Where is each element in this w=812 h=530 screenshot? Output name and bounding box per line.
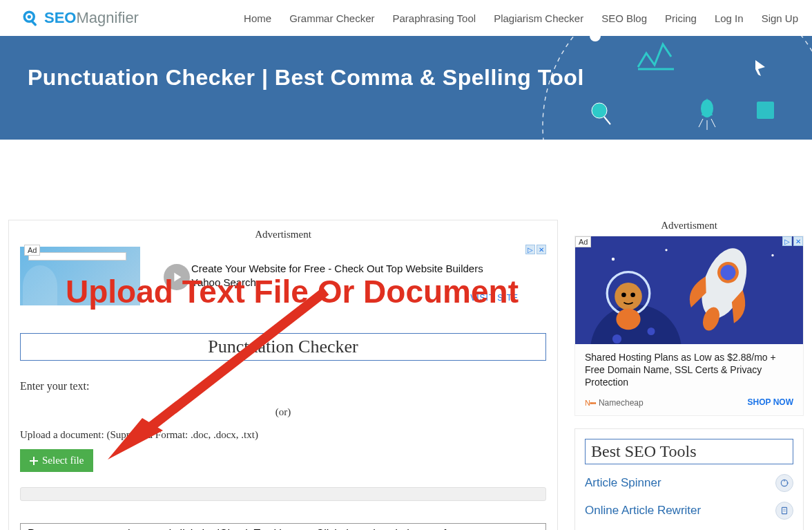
svg-line-11 — [711, 119, 715, 127]
tool-link-row: Article Spinner — [585, 474, 793, 492]
adchoices-icon[interactable]: ▷ — [782, 236, 792, 246]
side-ad-label: Advertisment — [574, 220, 804, 231]
sidebar-column: Advertisment Ad ▷ ✕ — [574, 220, 804, 530]
tool-title: Punctuation Checker — [21, 337, 545, 357]
nav-home[interactable]: Home — [244, 12, 271, 24]
svg-point-2 — [28, 15, 31, 19]
enter-text-label: Enter your text: — [20, 380, 546, 392]
nav-plagiarism-checker[interactable]: Plagiarism Checker — [494, 12, 583, 24]
top-header: SEO Magnifier Home Grammar Checker Parap… — [0, 0, 812, 36]
brand-name: Namecheap — [599, 398, 644, 408]
nav-grammar-checker[interactable]: Grammar Checker — [289, 12, 374, 24]
tool-title-box: Punctuation Checker — [20, 333, 546, 361]
side-ad-cta[interactable]: SHOP NOW — [748, 397, 793, 407]
svg-point-30 — [621, 292, 626, 297]
adchoices-icon[interactable]: ▷ — [525, 245, 535, 254]
select-file-button[interactable]: Select file — [20, 449, 93, 472]
side-ad-card[interactable]: Ad ▷ ✕ — [574, 236, 804, 416]
hero-banner: Punctuation Checker | Best Comma & Spell… — [0, 36, 812, 140]
tool-link-article-spinner[interactable]: Article Spinner — [585, 476, 661, 490]
svg-point-32 — [616, 308, 640, 330]
ad-close-icon[interactable]: ✕ — [793, 236, 803, 246]
svg-point-21 — [771, 254, 773, 256]
svg-point-29 — [615, 283, 642, 310]
spinner-icon — [775, 474, 793, 492]
nav-pricing[interactable]: Pricing — [665, 12, 697, 24]
svg-point-24 — [648, 328, 655, 335]
text-input-area[interactable]: Paste your own text here and click the '… — [20, 523, 546, 530]
sidebar-ad-wrapper: Advertisment Ad ▷ ✕ — [574, 220, 804, 416]
tools-title: Best SEO Tools — [591, 442, 787, 461]
ad-badge: Ad — [24, 245, 40, 256]
best-seo-tools-card: Best SEO Tools Article Spinner Online Ar… — [574, 428, 804, 530]
or-separator: (or) — [20, 406, 546, 418]
logo-text-magnifier: Magnifier — [76, 9, 138, 27]
svg-rect-34 — [782, 507, 787, 513]
tools-title-box: Best SEO Tools — [585, 439, 793, 464]
nav-seo-blog[interactable]: SEO Blog — [601, 12, 647, 24]
side-ad-adchoices: ▷ ✕ — [782, 236, 803, 246]
svg-rect-16 — [30, 460, 38, 462]
svg-point-5 — [592, 103, 607, 118]
logo-icon — [21, 8, 40, 28]
nav-login[interactable]: Log In — [715, 12, 744, 24]
svg-point-3 — [543, 36, 812, 140]
svg-line-6 — [604, 117, 610, 124]
main-ad-label: Advertisment — [20, 229, 546, 240]
svg-rect-1 — [31, 21, 37, 27]
plus-icon — [30, 457, 38, 465]
progress-bar — [20, 487, 546, 501]
svg-point-18 — [612, 258, 615, 261]
svg-line-9 — [699, 119, 703, 127]
hero-illustration — [522, 36, 812, 140]
main-nav: Home Grammar Checker Paraphrasing Tool P… — [244, 12, 798, 24]
tool-link-article-rewriter[interactable]: Online Article Rewriter — [585, 504, 701, 518]
svg-point-31 — [630, 292, 635, 297]
svg-point-4 — [590, 36, 601, 41]
ad-adchoices: ▷ ✕ — [525, 245, 546, 254]
side-ad-badge: Ad — [575, 236, 591, 247]
main-column: Advertisment Ad ▷ ✕ Create Your Website … — [8, 220, 558, 530]
svg-marker-12 — [755, 60, 765, 76]
svg-point-19 — [665, 249, 667, 251]
upload-doc-label: Upload a document: (Supported Format: .d… — [20, 429, 546, 441]
document-icon — [775, 502, 793, 520]
content-area: Advertisment Ad ▷ ✕ Create Your Website … — [0, 140, 812, 530]
nav-paraphrasing-tool[interactable]: Paraphrasing Tool — [392, 12, 476, 24]
nav-signup[interactable]: Sign Up — [762, 12, 798, 24]
svg-rect-13 — [757, 102, 774, 119]
svg-point-23 — [612, 334, 621, 343]
side-ad-text: Shared Hosting Plans as Low as $2.88/mo … — [575, 344, 803, 396]
logo-text-seo: SEO — [44, 9, 76, 27]
ad-close-icon[interactable]: ✕ — [536, 245, 546, 254]
side-ad-brand: N••• Namecheap — [585, 396, 644, 408]
tool-link-row: Online Article Rewriter — [585, 502, 793, 520]
side-ad-image: Ad ▷ ✕ — [575, 236, 803, 344]
brand-logo[interactable]: SEO Magnifier — [21, 8, 139, 28]
annotation-text: Upload Text File Or Document — [66, 273, 519, 310]
select-file-label: Select file — [42, 455, 84, 466]
